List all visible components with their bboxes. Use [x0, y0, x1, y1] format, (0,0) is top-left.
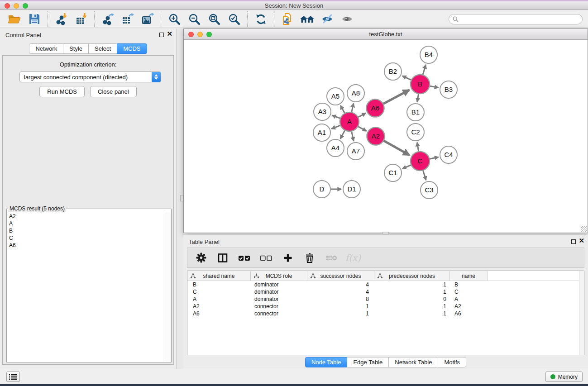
graph-node-A6[interactable]: A6: [367, 100, 384, 117]
graph-node-B1[interactable]: B1: [407, 104, 424, 121]
graph-edge-B-B1[interactable]: [417, 94, 419, 102]
graph-node-D1[interactable]: D1: [343, 181, 360, 198]
table-cell[interactable]: A6: [187, 310, 251, 317]
delete-column-button[interactable]: [303, 252, 316, 264]
graph-edge-A-A7[interactable]: [352, 132, 354, 141]
function-builder-button[interactable]: f(x): [347, 252, 359, 264]
graph-node-A4[interactable]: A4: [327, 139, 344, 157]
table-cell[interactable]: dominator: [251, 296, 307, 302]
tab-motifs[interactable]: Motifs: [438, 357, 466, 367]
graph-edge-A-A8[interactable]: [352, 103, 354, 112]
network-document-button[interactable]: [277, 11, 297, 27]
tab-node-table[interactable]: Node Table: [305, 357, 348, 367]
graph-node-B4[interactable]: B4: [420, 46, 437, 63]
graph-node-C4[interactable]: C4: [440, 146, 457, 163]
delete-table-button[interactable]: [325, 252, 338, 264]
graph-node-B3[interactable]: B3: [440, 81, 457, 98]
graph-edge-A-A5[interactable]: [340, 105, 344, 113]
zoom-selected-button[interactable]: [224, 11, 244, 27]
table-cell[interactable]: A2: [187, 303, 251, 310]
graph-edge-A2-C[interactable]: [384, 141, 410, 155]
zoom-fit-button[interactable]: [204, 11, 224, 27]
graph-edge-A-A4[interactable]: [340, 130, 345, 138]
table-settings-button[interactable]: [195, 252, 207, 264]
graph-edge-A-A6[interactable]: [358, 113, 366, 117]
table-row[interactable]: Adominator80A: [187, 295, 584, 303]
save-session-button[interactable]: [24, 11, 44, 27]
show-eye-button[interactable]: [337, 11, 357, 27]
table-cell[interactable]: A: [187, 296, 251, 302]
graph-node-C[interactable]: C: [411, 152, 430, 171]
run-mcds-button[interactable]: Run MCDS: [39, 86, 85, 97]
graph-node-C3[interactable]: C3: [421, 181, 438, 199]
mcds-result-scrollbar[interactable]: [165, 212, 171, 362]
graph-edge-A-A3[interactable]: [332, 115, 340, 119]
minimize-window-button[interactable]: [14, 3, 19, 9]
task-history-button[interactable]: [6, 372, 20, 382]
graph-node-C2[interactable]: C2: [407, 124, 424, 141]
mcds-result-item[interactable]: B: [9, 227, 164, 234]
table-row[interactable]: Bdominator41B: [187, 281, 584, 288]
network-close-button[interactable]: [188, 32, 194, 37]
home-button[interactable]: [297, 11, 317, 27]
memory-button[interactable]: Memory: [545, 372, 583, 382]
graph-edge-B-B2[interactable]: [402, 76, 411, 80]
table-cell[interactable]: connector: [251, 310, 307, 317]
graph-node-A3[interactable]: A3: [314, 103, 331, 120]
zoom-in-button[interactable]: [164, 11, 184, 27]
table-cell[interactable]: 8: [307, 296, 374, 302]
graph-edge-A-A1[interactable]: [331, 125, 340, 129]
tab-network[interactable]: Network: [29, 43, 63, 54]
tab-select[interactable]: Select: [88, 43, 117, 54]
table-cell[interactable]: B: [187, 281, 251, 288]
table-cell[interactable]: C: [450, 289, 488, 295]
close-window-button[interactable]: [5, 3, 10, 9]
table-cell[interactable]: 1: [374, 310, 450, 317]
split-panel-button[interactable]: [216, 252, 229, 264]
graph-edge-C-C4[interactable]: [430, 157, 438, 159]
tab-style[interactable]: Style: [63, 43, 89, 54]
tab-edge-table[interactable]: Edge Table: [347, 357, 389, 367]
table-cell[interactable]: A2: [450, 303, 488, 310]
network-minimize-button[interactable]: [197, 32, 203, 37]
graph-edge-C-C1[interactable]: [402, 165, 411, 169]
table-cell[interactable]: 4: [307, 289, 374, 295]
search-input[interactable]: [449, 14, 583, 24]
refresh-view-button[interactable]: [251, 11, 271, 27]
table-cell[interactable]: dominator: [251, 289, 307, 295]
table-scrollbar[interactable]: [579, 271, 584, 355]
graph-edge-A6-B[interactable]: [383, 90, 409, 104]
mcds-result-item[interactable]: C: [9, 234, 164, 242]
export-network-button[interactable]: [98, 11, 118, 27]
close-panel-icon[interactable]: ✕: [167, 30, 172, 38]
column-header[interactable]: successor nodes: [307, 271, 374, 281]
graph-node-D[interactable]: D: [313, 181, 330, 198]
export-image-button[interactable]: [138, 11, 158, 27]
splitter-handle-horizontal[interactable]: [382, 232, 389, 234]
table-cell[interactable]: connector: [251, 303, 307, 310]
table-cell[interactable]: 4: [307, 281, 374, 288]
zoom-out-button[interactable]: [184, 11, 204, 27]
graph-node-A5[interactable]: A5: [327, 88, 344, 105]
maximize-window-button[interactable]: [23, 3, 28, 9]
window-resize-grip[interactable]: [581, 226, 587, 232]
graph-node-B[interactable]: B: [411, 75, 430, 94]
hide-eye-button[interactable]: [317, 11, 337, 27]
table-float-panel-icon[interactable]: [571, 239, 576, 244]
splitter-handle-vertical[interactable]: [180, 195, 183, 201]
import-table-button[interactable]: [71, 11, 91, 27]
criterion-select[interactable]: largest connected component (directed): [19, 71, 161, 82]
graph-node-A2[interactable]: A2: [367, 128, 385, 145]
graph-node-A8[interactable]: A8: [347, 85, 364, 102]
graph-edge-A-A2[interactable]: [358, 127, 366, 131]
column-header[interactable]: name: [450, 271, 488, 281]
import-network-button[interactable]: [51, 11, 71, 27]
table-row[interactable]: Cdominator41C: [187, 288, 584, 295]
open-file-button[interactable]: [5, 11, 24, 27]
close-panel-button[interactable]: Close panel: [90, 86, 137, 97]
graph-node-C1[interactable]: C1: [384, 164, 402, 181]
float-panel-icon[interactable]: [159, 33, 164, 37]
table-cell[interactable]: dominator: [251, 281, 307, 288]
graph-node-A[interactable]: A: [340, 112, 359, 131]
graph-node-A7[interactable]: A7: [347, 143, 364, 160]
